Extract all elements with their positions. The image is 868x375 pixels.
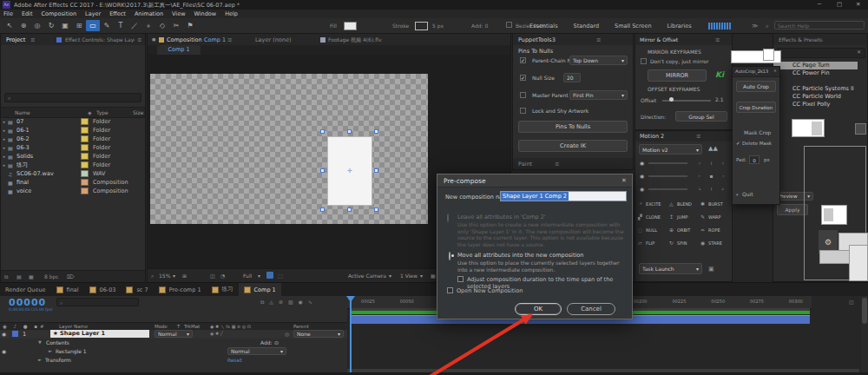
label-color-chip[interactable] <box>81 188 89 194</box>
help-search-input[interactable]: Search Help <box>774 21 865 30</box>
column-type[interactable]: Type <box>96 109 108 115</box>
tab-effect-controls[interactable]: Effect Controls: Shape Layer 1 <box>65 36 135 43</box>
motion-version-dropdown[interactable]: Motion v2▾ <box>639 144 702 155</box>
eye-icon[interactable]: ◉ <box>2 348 6 354</box>
selection-handle[interactable] <box>347 129 352 134</box>
menu-item[interactable]: Help <box>225 10 238 17</box>
column-parent[interactable]: Parent <box>293 324 309 329</box>
menu-item[interactable]: Layer <box>85 10 101 17</box>
layer-name-selected[interactable]: ★ Shape Layer 1 <box>50 330 149 338</box>
selection-handle[interactable] <box>374 168 378 173</box>
grid-guides-icon[interactable]: ⊞ <box>182 273 187 279</box>
timeline-tab[interactable]: 练习 <box>207 283 239 296</box>
offset-value[interactable]: 2.1 <box>715 96 724 102</box>
fill-swatch[interactable] <box>344 22 357 30</box>
tool-icon[interactable]: ＋ <box>141 20 155 31</box>
view-layout-arrow[interactable]: ▾ <box>420 273 423 279</box>
motion-tool-button[interactable]: ◬ BLEND <box>669 197 700 210</box>
comp-marker-icon[interactable]: ◫ <box>849 299 854 305</box>
scrollbar-handle[interactable] <box>862 298 867 324</box>
zoom-level[interactable]: 15% <box>159 273 170 279</box>
mirror-menu-icon[interactable]: ≡ <box>715 36 720 43</box>
close-button[interactable]: ✕ <box>856 1 860 8</box>
workspace-tab[interactable]: Small Screen <box>615 23 651 30</box>
project-row[interactable]: ▸ ▤ 练习 Folder <box>1 161 145 169</box>
motion-tool-button[interactable]: ⊕ ORBIT <box>669 223 700 236</box>
trash-icon[interactable]: ⌦ <box>67 273 74 280</box>
fill-label[interactable]: Fill <box>330 23 337 29</box>
autocrop-close-icon[interactable]: ✕ <box>773 69 777 73</box>
resolution-arrow[interactable]: ▾ <box>258 273 260 279</box>
vertical-scrollbar[interactable] <box>861 296 868 372</box>
view-layout-select[interactable]: 1 View <box>400 273 418 279</box>
menu-item[interactable]: Edit <box>22 10 33 17</box>
slider-knob-icon[interactable]: ◉ <box>640 173 644 179</box>
task-launch-dropdown[interactable]: Task Launch▾ <box>639 263 702 274</box>
motion-slider-track[interactable] <box>648 175 687 177</box>
resolution-select[interactable]: Full <box>243 273 252 279</box>
tool-icon[interactable]: ✂ <box>169 20 183 31</box>
crop-duration-button[interactable]: Crop Duration <box>736 102 776 113</box>
selection-handle[interactable] <box>347 207 352 212</box>
effect-item[interactable]: CC Power Pin <box>773 69 867 77</box>
bezier-path-checkbox[interactable] <box>506 22 512 28</box>
column-size[interactable]: Size <box>133 109 143 115</box>
tab-puppettools[interactable]: PuppetTools3 <box>518 36 556 43</box>
tool-icon[interactable]: ⊞ <box>72 20 86 31</box>
move-attributes-radio[interactable] <box>449 252 450 260</box>
panel-menu-icon[interactable]: ≡ <box>30 36 35 43</box>
master-parent-checkbox[interactable] <box>520 92 526 98</box>
selection-handle[interactable] <box>374 207 378 212</box>
twirl-right-icon[interactable]: ► <box>38 357 42 362</box>
twirl-down-icon[interactable]: ▼ <box>38 339 42 345</box>
motion-settings-icon[interactable]: ▣ <box>708 266 714 273</box>
tool-icon[interactable]: ⚑ <box>183 20 197 31</box>
twirl-right-icon[interactable]: ► <box>49 348 52 353</box>
motion-tool-button[interactable]: ▞ CLONE <box>638 210 669 223</box>
transparency-grid-toggle[interactable] <box>266 272 273 279</box>
twirl-icon[interactable]: ▸ <box>1 136 8 141</box>
project-search-input[interactable]: ⌕ <box>4 93 141 102</box>
motion-tool-button[interactable]: ◌ NULL <box>638 223 669 236</box>
column-t[interactable]: T <box>177 324 180 329</box>
effect-item[interactable]: CC Page Turn <box>773 62 858 69</box>
twirl-icon[interactable]: ▸ <box>1 119 8 124</box>
camera-arrow[interactable]: ▾ <box>389 273 391 279</box>
slider-knob-icon[interactable]: ◉ <box>640 186 644 192</box>
snapshot-icon[interactable]: ◫ <box>210 273 215 279</box>
ok-button[interactable]: OK <box>515 303 562 315</box>
menu-item[interactable]: Effect <box>109 10 126 17</box>
tool-icon[interactable]: ↻ <box>44 20 58 31</box>
workspace-tab[interactable]: Libraries <box>667 23 692 30</box>
timeline-tab[interactable]: Comp 1 <box>239 283 281 296</box>
label-color-chip[interactable] <box>81 170 89 177</box>
project-row[interactable]: ▸ ▤ Solids Folder <box>1 152 145 161</box>
motion-tool-button[interactable]: ↻ SPIN <box>669 236 700 249</box>
label-color-chip[interactable] <box>81 179 89 186</box>
layer-row-shape[interactable]: ◉ 1 ★ Shape Layer 1 Normal▾ ◉ ✱ ╱ ◎ None… <box>0 330 347 339</box>
show-channel-icon[interactable]: ◔ <box>220 273 225 279</box>
workspace-tab[interactable]: Essentials <box>529 23 558 30</box>
tab-composition-name[interactable]: Comp 1 <box>204 36 226 43</box>
effects-search-input[interactable] <box>777 48 865 58</box>
add-control[interactable]: Add: 0 <box>471 23 488 29</box>
roi-icon[interactable]: ⬚ <box>278 273 283 279</box>
timeline-toggle-icons[interactable]: ⧉◬⊘▥◉∿ <box>260 299 318 306</box>
motion-slider-track[interactable] <box>648 162 687 164</box>
timeline-tab[interactable]: final <box>51 283 84 296</box>
twirl-icon[interactable]: ▸ <box>1 154 8 159</box>
slider-knob-icon[interactable]: ◉ <box>640 160 644 166</box>
zoom-dropdown-arrow[interactable]: ▾ <box>173 273 175 279</box>
workspace-overflow-icon[interactable]: ≫ <box>752 23 758 30</box>
pad-input[interactable]: 0 <box>749 155 760 164</box>
motion-tool-button[interactable]: ＋ EXCITE <box>638 197 669 210</box>
create-ik-button[interactable]: Create IK <box>518 140 628 152</box>
timeline-tab[interactable]: Pre-comp 1 <box>154 283 207 296</box>
parent-pickwhip-icon[interactable]: ◎ <box>285 331 289 337</box>
paint-menu-icon[interactable]: ≡ <box>555 161 559 168</box>
layer-switches[interactable]: ◉ ✱ ╱ <box>210 331 223 336</box>
menu-item[interactable]: File <box>3 10 13 17</box>
null-size-input[interactable]: 20 <box>563 73 581 82</box>
tool-icon[interactable]: ／ <box>128 20 141 31</box>
tool-icon[interactable]: ◇ <box>155 20 169 31</box>
